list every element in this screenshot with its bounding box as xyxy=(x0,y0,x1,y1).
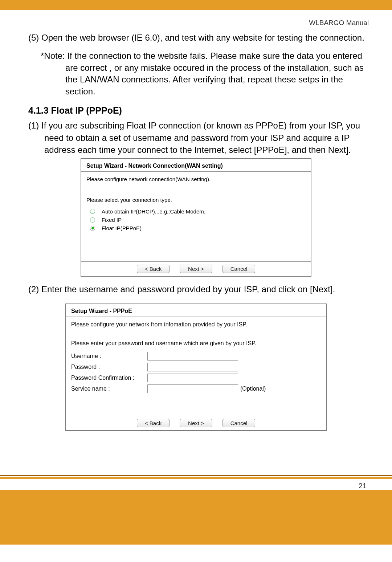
next-button[interactable]: Next > xyxy=(180,419,212,427)
radio-icon xyxy=(90,209,95,214)
radio-option-pppoe[interactable]: Float IP(PPPoE) xyxy=(90,224,306,232)
next-button[interactable]: Next > xyxy=(180,265,212,273)
page-footer: 21 xyxy=(0,475,392,490)
page-content: WLBARGO Manual (5) Open the web browser … xyxy=(0,10,392,475)
radio-icon-selected xyxy=(90,226,95,231)
wizard2-title: Setup Wizard - PPPoE xyxy=(66,304,326,317)
manual-name: WLBARGO Manual xyxy=(23,19,369,27)
setup-wizard-wan: Setup Wizard - Network Connection(WAN se… xyxy=(81,158,311,277)
label-password-confirm: Password Confirmation : xyxy=(71,375,147,381)
optional-text: (Optional) xyxy=(240,386,266,392)
radio-label: Float IP(PPPoE) xyxy=(102,224,142,232)
step-1-text: (1) If you are subscribing Float IP conn… xyxy=(28,119,369,156)
setup-wizard-pppoe: Setup Wizard - PPPoE Please configure yo… xyxy=(65,304,327,431)
wizard2-form: Please configure your network from infom… xyxy=(66,317,326,416)
cancel-button[interactable]: Cancel xyxy=(222,419,255,427)
radio-icon xyxy=(90,217,95,223)
back-button[interactable]: < Back xyxy=(137,419,170,427)
wizard1-title: Setup Wizard - Network Connection(WAN se… xyxy=(81,159,311,171)
label-password: Password : xyxy=(71,364,147,370)
password-input[interactable] xyxy=(147,363,238,371)
password-confirm-input[interactable] xyxy=(147,374,238,382)
bottom-orange-band xyxy=(0,490,392,545)
row-password-confirm: Password Confirmation : xyxy=(71,374,321,382)
username-input[interactable] xyxy=(147,352,238,361)
cancel-button[interactable]: Cancel xyxy=(222,265,255,273)
radio-label: Auto obtain IP(DHCP)...e.g.:Cable Modem. xyxy=(102,207,205,216)
wizard2-button-row: < Back Next > Cancel xyxy=(66,416,326,430)
wizard1-subheading: Please select your connection type. xyxy=(81,182,311,206)
row-service-name: Service name : (Optional) xyxy=(71,384,321,393)
section-heading: 4.1.3 Float IP (PPPoE) xyxy=(28,105,369,116)
radio-option-fixed-ip[interactable]: Fixed IP xyxy=(90,216,306,224)
row-password: Password : xyxy=(71,363,321,371)
step-5-text: (5) Open the web browser (IE 6.0), and t… xyxy=(28,32,369,44)
connection-type-radiogroup: Auto obtain IP(DHCP)...e.g.:Cable Modem.… xyxy=(81,206,311,262)
top-orange-bar xyxy=(0,0,392,10)
note-text: *Note: If the connection to the website … xyxy=(41,50,369,97)
wizard2-intro2: Please enter your password and username … xyxy=(71,328,321,352)
radio-option-dhcp[interactable]: Auto obtain IP(DHCP)...e.g.:Cable Modem. xyxy=(90,207,306,216)
page-number: 21 xyxy=(0,479,392,490)
wizard1-intro: Please configure network connection(WAN … xyxy=(81,172,311,182)
radio-label: Fixed IP xyxy=(102,216,122,224)
row-username: Username : xyxy=(71,352,321,361)
label-service-name: Service name : xyxy=(71,386,147,392)
back-button[interactable]: < Back xyxy=(137,265,170,273)
wizard1-button-row: < Back Next > Cancel xyxy=(81,261,311,276)
footer-line-dark xyxy=(0,475,392,476)
service-name-input[interactable] xyxy=(147,384,238,393)
wizard2-intro1: Please configure your network from infom… xyxy=(71,317,321,328)
label-username: Username : xyxy=(71,353,147,359)
step-2-text: (2) Enter the username and password prov… xyxy=(28,283,369,296)
